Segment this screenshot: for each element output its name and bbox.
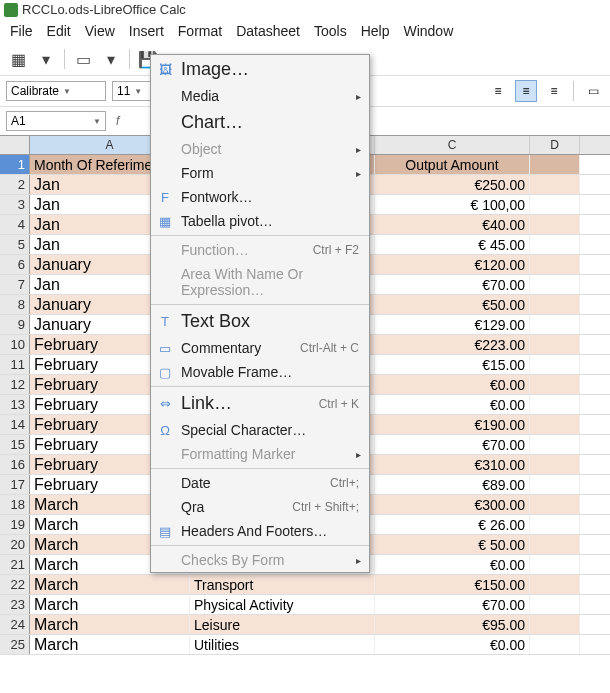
row-number[interactable]: 13 xyxy=(0,395,30,414)
row-number[interactable]: 11 xyxy=(0,355,30,374)
cell[interactable] xyxy=(530,275,580,294)
cell[interactable] xyxy=(530,475,580,494)
cell[interactable] xyxy=(530,175,580,194)
cell[interactable]: €0.00 xyxy=(375,395,530,414)
cell[interactable] xyxy=(530,555,580,574)
cell[interactable]: €0.00 xyxy=(375,375,530,394)
row-number[interactable]: 19 xyxy=(0,515,30,534)
row-number[interactable]: 24 xyxy=(0,615,30,634)
menu-help[interactable]: Help xyxy=(355,21,396,41)
row-number[interactable]: 6 xyxy=(0,255,30,274)
row-number[interactable]: 15 xyxy=(0,435,30,454)
cell[interactable]: €0.00 xyxy=(375,635,530,654)
menu-item-formatting-marker[interactable]: Formatting Marker xyxy=(151,442,369,466)
row-number[interactable]: 14 xyxy=(0,415,30,434)
row-number[interactable]: 18 xyxy=(0,495,30,514)
cell[interactable]: €310.00 xyxy=(375,455,530,474)
cell[interactable]: €150.00 xyxy=(375,575,530,594)
cell[interactable] xyxy=(530,235,580,254)
header-cell[interactable]: Output Amount xyxy=(375,155,530,174)
cell[interactable]: €300.00 xyxy=(375,495,530,514)
menu-item-object[interactable]: Object xyxy=(151,137,369,161)
row-number[interactable]: 20 xyxy=(0,535,30,554)
row-number[interactable]: 10 xyxy=(0,335,30,354)
cell[interactable]: €129.00 xyxy=(375,315,530,334)
font-size-select[interactable]: 11▼ xyxy=(112,81,152,101)
cell[interactable] xyxy=(530,635,580,654)
cell[interactable] xyxy=(530,195,580,214)
cell[interactable] xyxy=(530,355,580,374)
cell[interactable] xyxy=(530,415,580,434)
cell[interactable]: Leisure xyxy=(190,615,375,634)
row-number[interactable]: 22 xyxy=(0,575,30,594)
align-right-button[interactable]: ≡ xyxy=(543,80,565,102)
menu-item-checks-by-form[interactable]: Checks By Form xyxy=(151,548,369,572)
menu-item-media[interactable]: Media xyxy=(151,84,369,108)
cell[interactable]: Transport xyxy=(190,575,375,594)
cell[interactable]: €70.00 xyxy=(375,435,530,454)
cell[interactable] xyxy=(530,395,580,414)
row-number[interactable]: 9 xyxy=(0,315,30,334)
cell[interactable] xyxy=(530,535,580,554)
row-number[interactable]: 16 xyxy=(0,455,30,474)
dropdown-icon[interactable]: ▾ xyxy=(34,47,58,71)
menu-datasheet[interactable]: Datasheet xyxy=(230,21,306,41)
cell[interactable]: €223.00 xyxy=(375,335,530,354)
cell[interactable] xyxy=(530,515,580,534)
cell[interactable]: €190.00 xyxy=(375,415,530,434)
menu-item-special-character[interactable]: ΩSpecial Character… xyxy=(151,418,369,442)
cell[interactable] xyxy=(530,295,580,314)
cell[interactable] xyxy=(530,455,580,474)
cell[interactable]: March xyxy=(30,595,190,614)
menu-edit[interactable]: Edit xyxy=(41,21,77,41)
cell[interactable] xyxy=(530,255,580,274)
menu-format[interactable]: Format xyxy=(172,21,228,41)
cell[interactable]: Physical Activity xyxy=(190,595,375,614)
menu-file[interactable]: File xyxy=(4,21,39,41)
column-header-c[interactable]: C xyxy=(375,136,530,154)
cell[interactable]: €15.00 xyxy=(375,355,530,374)
cell[interactable]: €250.00 xyxy=(375,175,530,194)
row-number[interactable]: 25 xyxy=(0,635,30,654)
cell[interactable] xyxy=(530,615,580,634)
cell[interactable]: €40.00 xyxy=(375,215,530,234)
menu-tools[interactable]: Tools xyxy=(308,21,353,41)
cell[interactable]: € 45.00 xyxy=(375,235,530,254)
menu-item-function[interactable]: Function…Ctrl + F2 xyxy=(151,238,369,262)
menu-item-image[interactable]: 🖼Image… xyxy=(151,55,369,84)
cell[interactable]: € 50.00 xyxy=(375,535,530,554)
cell[interactable] xyxy=(530,215,580,234)
cell[interactable]: March xyxy=(30,635,190,654)
row-number[interactable]: 21 xyxy=(0,555,30,574)
row-number[interactable]: 23 xyxy=(0,595,30,614)
menu-item-chart[interactable]: Chart… xyxy=(151,108,369,137)
cell[interactable] xyxy=(530,315,580,334)
cell[interactable]: € 100,00 xyxy=(375,195,530,214)
cell[interactable] xyxy=(530,375,580,394)
row-number[interactable]: 8 xyxy=(0,295,30,314)
cell[interactable]: Utilities xyxy=(190,635,375,654)
cell[interactable] xyxy=(530,335,580,354)
menu-item-movable-frame[interactable]: ▢Movable Frame… xyxy=(151,360,369,384)
cell[interactable] xyxy=(530,435,580,454)
cell[interactable] xyxy=(530,575,580,594)
dropdown-icon[interactable]: ▾ xyxy=(99,47,123,71)
menu-window[interactable]: Window xyxy=(397,21,459,41)
row-number[interactable]: 1 xyxy=(0,155,30,174)
menu-item-text-box[interactable]: TText Box xyxy=(151,307,369,336)
menu-item-fontwork[interactable]: FFontwork… xyxy=(151,185,369,209)
cell[interactable]: € 26.00 xyxy=(375,515,530,534)
menu-item-tabella-pivot[interactable]: ▦Tabella pivot… xyxy=(151,209,369,233)
menu-item-form[interactable]: Form xyxy=(151,161,369,185)
menu-insert[interactable]: Insert xyxy=(123,21,170,41)
menu-view[interactable]: View xyxy=(79,21,121,41)
name-box[interactable]: A1▼ xyxy=(6,111,106,131)
folder-icon[interactable]: ▭ xyxy=(71,47,95,71)
menu-item-commentary[interactable]: ▭CommentaryCtrl-Alt + C xyxy=(151,336,369,360)
cell[interactable]: March xyxy=(30,615,190,634)
menu-item-qra[interactable]: QraCtrl + Shift+; xyxy=(151,495,369,519)
cell[interactable]: March xyxy=(30,575,190,594)
menu-item-date[interactable]: DateCtrl+; xyxy=(151,471,369,495)
menu-item-link[interactable]: ⇔Link…Ctrl + K xyxy=(151,389,369,418)
row-number[interactable]: 7 xyxy=(0,275,30,294)
